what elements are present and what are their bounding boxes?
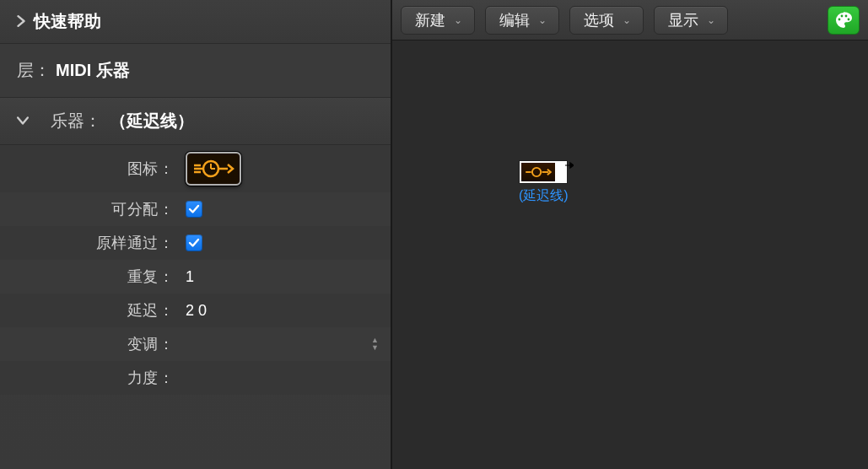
param-icon-row: 图标：	[0, 145, 391, 192]
quick-help-header[interactable]: 快速帮助	[0, 0, 391, 44]
delay-clock-icon	[521, 163, 555, 181]
new-menu-label: 新建	[415, 10, 445, 30]
stepper-down-icon[interactable]: ▼	[371, 345, 379, 351]
delay-clock-icon	[192, 157, 235, 181]
view-menu-button[interactable]: 显示 ⌄	[654, 6, 728, 35]
chevron-down-icon: ⌄	[538, 14, 547, 26]
param-transpose-label: 变调：	[0, 334, 177, 354]
svg-point-7	[838, 18, 841, 20]
param-icon-label: 图标：	[0, 159, 177, 179]
param-transpose-row: 变调： ▲ ▼	[0, 327, 391, 361]
palette-icon	[833, 10, 854, 30]
param-assignable-label: 可分配：	[0, 199, 177, 219]
layer-value: MIDI 乐器	[56, 59, 130, 82]
parameters-list: 图标： 可分配：	[0, 145, 391, 395]
chevron-right-icon	[15, 12, 34, 31]
svg-point-10	[848, 18, 850, 20]
stepper-up-icon[interactable]: ▲	[371, 337, 379, 343]
view-menu-label: 显示	[668, 10, 698, 30]
param-assignable-row: 可分配：	[0, 192, 391, 226]
edit-menu-label: 编辑	[499, 10, 530, 30]
param-delay-row: 延迟： 2 0	[0, 294, 391, 327]
assignable-checkbox[interactable]	[186, 201, 202, 218]
param-passthrough-label: 原样通过：	[0, 233, 177, 253]
workspace-toolbar: 新建 ⌄ 编辑 ⌄ 选项 ⌄ 显示 ⌄	[392, 0, 868, 40]
param-delay-label: 延迟：	[0, 300, 177, 321]
param-repeat-label: 重复：	[0, 267, 177, 287]
instrument-value: （延迟线）	[110, 110, 194, 132]
layer-row: 层： MIDI 乐器	[0, 44, 391, 98]
instrument-header[interactable]: 乐器： （延迟线）	[0, 98, 391, 145]
cable-out-icon	[565, 161, 574, 170]
param-velocity-label: 力度：	[0, 368, 177, 388]
param-velocity-row: 力度：	[0, 361, 391, 395]
icon-well[interactable]	[186, 152, 241, 186]
svg-point-12	[532, 168, 541, 176]
delay-line-node[interactable]: (延迟线)	[519, 160, 569, 205]
passthrough-checkbox[interactable]	[186, 234, 202, 251]
param-passthrough-row: 原样通过：	[0, 226, 391, 260]
instrument-label: 乐器：	[51, 110, 101, 132]
node-label: (延迟线)	[519, 187, 569, 205]
chevron-down-icon	[17, 111, 35, 131]
param-repeat-row: 重复： 1	[0, 260, 391, 294]
chevron-down-icon: ⌄	[623, 14, 631, 26]
chevron-down-icon: ⌄	[454, 14, 462, 26]
inspector-panel: 快速帮助 层： MIDI 乐器 乐器： （延迟线） 图标：	[0, 0, 392, 469]
options-menu-button[interactable]: 选项 ⌄	[569, 6, 644, 35]
new-menu-button[interactable]: 新建 ⌄	[401, 6, 475, 35]
edit-menu-button[interactable]: 编辑 ⌄	[485, 6, 559, 35]
svg-point-8	[841, 14, 844, 17]
svg-point-9	[845, 14, 848, 17]
param-repeat-value[interactable]: 1	[177, 268, 391, 286]
quick-help-title: 快速帮助	[34, 10, 101, 33]
color-palette-button[interactable]	[828, 6, 860, 35]
workspace-panel[interactable]: 新建 ⌄ 编辑 ⌄ 选项 ⌄ 显示 ⌄	[392, 0, 868, 469]
node-icon-box[interactable]	[519, 160, 568, 184]
layer-label: 层：	[17, 59, 51, 82]
options-menu-label: 选项	[584, 10, 614, 30]
param-delay-value[interactable]: 2 0	[177, 302, 391, 320]
chevron-down-icon: ⌄	[707, 14, 715, 26]
transpose-stepper[interactable]: ▲ ▼	[371, 337, 379, 351]
